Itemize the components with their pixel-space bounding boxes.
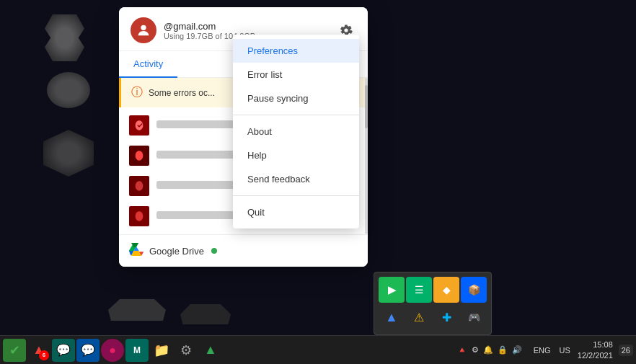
svg-point-0 bbox=[141, 25, 146, 30]
tray-gaming[interactable]: 🎮 bbox=[461, 304, 487, 330]
sprite-1 bbox=[45, 14, 84, 61]
taskbar-sys-icons: 🔺 ⚙ 🔔 🔒 🔊 bbox=[453, 345, 526, 355]
tray-dropbox[interactable]: 📦 bbox=[461, 277, 487, 303]
taskbar: ✔ ▲ 💬 💬 ● M 📁 ⚙ ▲ 🔺 ⚙ 🔔 🔒 🔊 ENG US 1 bbox=[0, 335, 636, 364]
file-thumb-3 bbox=[129, 176, 149, 196]
taskbar-clock[interactable]: 15:08 12/2/2021 bbox=[578, 339, 616, 360]
taskbar-whatsapp[interactable]: 💬 bbox=[52, 339, 75, 362]
error-text: Some errors oc... bbox=[149, 88, 215, 98]
taskbar-drive-badge[interactable]: ▲ bbox=[27, 339, 50, 362]
desktop: ▶ ☰ ◆ 📦 ▲ ⚠ ✚ 🎮 @gmail.com Using 19.7GB … bbox=[0, 0, 636, 364]
taskbar-drive[interactable]: ▲ bbox=[199, 339, 222, 362]
tray-spotify[interactable]: ▶ bbox=[379, 277, 405, 303]
file-thumb-1 bbox=[129, 115, 149, 136]
lang-label: ENG bbox=[534, 346, 551, 355]
menu-item-about[interactable]: About bbox=[233, 120, 359, 143]
drive-logo-icon bbox=[129, 242, 143, 259]
security-icon: 🔒 bbox=[498, 345, 508, 355]
tray-harvest[interactable]: ☰ bbox=[406, 277, 432, 303]
error-icon: ⓘ bbox=[131, 85, 143, 100]
volume-icon[interactable]: 🔊 bbox=[512, 345, 522, 355]
taskbar-folder[interactable]: 📁 bbox=[150, 339, 173, 362]
taskbar-checkmark[interactable]: ✔ bbox=[3, 339, 26, 362]
scrollbar[interactable] bbox=[365, 78, 368, 234]
tray-expand-icon[interactable]: 🔺 bbox=[457, 345, 467, 355]
file-thumb-4 bbox=[129, 206, 149, 226]
clock-date: 12/2/2021 bbox=[578, 350, 613, 360]
taskbar-circle[interactable]: ● bbox=[101, 339, 124, 362]
taskbar-messenger[interactable]: 💬 bbox=[76, 339, 100, 362]
clock-time: 15:08 bbox=[578, 339, 613, 350]
taskbar-meet[interactable]: M bbox=[125, 339, 149, 362]
sync-status-dot bbox=[211, 248, 217, 254]
menu-item-errorlist[interactable]: Error list bbox=[233, 63, 359, 86]
tray-notion[interactable]: ◆ bbox=[433, 277, 459, 303]
tab-activity[interactable]: Activity bbox=[119, 51, 177, 78]
menu-item-quit[interactable]: Quit bbox=[233, 200, 359, 224]
sprite-boat2 bbox=[180, 304, 231, 324]
menu-item-sendfeedback[interactable]: Send feedback bbox=[233, 167, 359, 191]
notifications-icon[interactable]: 🔔 bbox=[483, 345, 493, 355]
network-icon: ⚙ bbox=[472, 345, 479, 355]
taskbar-right: 🔺 ⚙ 🔔 🔒 🔊 ENG US 15:08 12/2/2021 26 bbox=[453, 339, 633, 360]
taskbar-lang: ENG US bbox=[529, 346, 575, 355]
tray-warning[interactable]: ⚠ bbox=[406, 304, 432, 330]
menu-item-help[interactable]: Help bbox=[233, 143, 359, 167]
taskbar-left: ✔ ▲ 💬 💬 ● M 📁 ⚙ ▲ bbox=[3, 339, 453, 362]
taskbar-settings[interactable]: ⚙ bbox=[175, 339, 198, 362]
popup-footer: Google Drive bbox=[119, 234, 368, 267]
tray-addon[interactable]: ✚ bbox=[433, 304, 459, 330]
scroll-thumb bbox=[365, 85, 368, 128]
sprite-boat1 bbox=[108, 299, 166, 321]
avatar bbox=[131, 17, 156, 43]
menu-divider-1 bbox=[233, 115, 359, 115]
region-label: US bbox=[560, 346, 570, 355]
sprite-2 bbox=[47, 72, 90, 108]
tray-drive[interactable]: ▲ bbox=[379, 304, 405, 330]
system-tray-expanded: ▶ ☰ ◆ 📦 ▲ ⚠ ✚ 🎮 bbox=[374, 272, 492, 335]
notification-badge[interactable]: 26 bbox=[619, 345, 633, 356]
footer-label: Google Drive bbox=[149, 246, 204, 257]
menu-item-preferences[interactable]: Preferences bbox=[233, 39, 359, 63]
file-thumb-2 bbox=[129, 146, 149, 166]
sprite-3 bbox=[43, 130, 94, 177]
menu-item-pausesyncing[interactable]: Pause syncing bbox=[233, 86, 359, 110]
menu-divider-2 bbox=[233, 195, 359, 196]
dropdown-menu: Preferences Error list Pause syncing Abo… bbox=[233, 35, 359, 228]
user-email: @gmail.com bbox=[164, 21, 329, 32]
